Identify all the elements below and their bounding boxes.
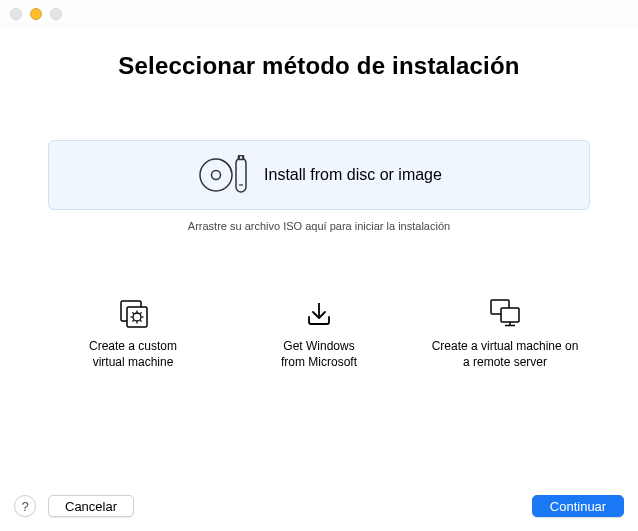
svg-rect-8 [127,307,147,327]
remote-server-icon [420,292,590,328]
svg-point-1 [212,171,221,180]
dropzone-label: Install from disc or image [264,166,442,184]
window-titlebar [0,0,638,28]
help-button[interactable]: ? [14,495,36,517]
page-title: Seleccionar método de instalación [0,52,638,80]
svg-rect-2 [236,158,246,192]
custom-vm-icon [48,292,218,328]
option-get-windows[interactable]: Get Windows from Microsoft [234,292,404,370]
svg-rect-20 [501,308,519,322]
install-options-row: Create a custom virtual machine Get Wind… [48,292,590,370]
install-from-disc-dropzone[interactable]: Install from disc or image [48,140,590,210]
option-label: Create a virtual machine on a remote ser… [420,338,590,370]
continue-button[interactable]: Continuar [532,495,624,517]
window-minimize-button[interactable] [30,8,42,20]
option-remote-server-vm[interactable]: Create a virtual machine on a remote ser… [420,292,590,370]
disc-and-usb-icon [196,155,250,195]
option-label: Create a custom virtual machine [48,338,218,370]
download-icon [234,292,404,328]
window-zoom-button[interactable] [50,8,62,20]
cancel-button[interactable]: Cancelar [48,495,134,517]
option-label: Get Windows from Microsoft [234,338,404,370]
window-close-button[interactable] [10,8,22,20]
dropzone-hint: Arrastre su archivo ISO aquí para inicia… [0,220,638,232]
option-create-custom-vm[interactable]: Create a custom virtual machine [48,292,218,370]
footer-toolbar: ? Cancelar Continuar [0,481,638,531]
